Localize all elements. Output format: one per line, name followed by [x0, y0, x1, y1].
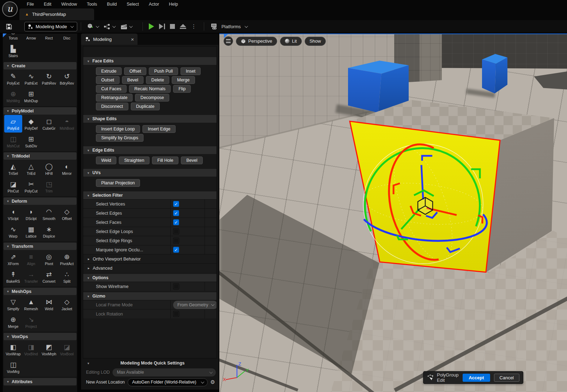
checkbox-select-edges[interactable]	[173, 210, 179, 216]
checkbox-select-faces[interactable]	[173, 219, 179, 225]
checkbox-show-wireframe[interactable]	[173, 283, 179, 289]
section-header-gizmo[interactable]: ▾Gizmo	[83, 292, 217, 300]
palette-section-voxops[interactable]: ▾VoxOps	[4, 333, 77, 340]
gizmo-bracket-blue-top[interactable]	[422, 156, 432, 161]
tool-disc[interactable]: ◑Disc	[58, 33, 76, 42]
tab-thirdpersonmap[interactable]: ▲ ThirdPersonMap	[19, 8, 94, 20]
tool-pathext[interactable]: ∿PathExt	[22, 70, 40, 87]
stop-button[interactable]	[167, 21, 177, 32]
viewport-options-menu-button[interactable]	[224, 36, 233, 46]
section-advanced[interactable]: ▸Advanced	[83, 263, 217, 272]
menu-edit[interactable]: Edit	[39, 0, 56, 8]
tool-rect[interactable]: ▭Rect	[40, 33, 58, 42]
button-duplicate[interactable]: Duplicate	[131, 103, 160, 110]
tool-trisel[interactable]: ◭TriSel	[4, 160, 22, 178]
button-weld[interactable]: Weld	[96, 157, 116, 164]
checkbox-select-vertices[interactable]	[173, 201, 179, 207]
cancel-button[interactable]: Cancel	[494, 374, 519, 382]
tool-tried[interactable]: △TriEd	[22, 160, 40, 178]
gizmo-center-cube-icon[interactable]	[418, 197, 433, 214]
palette-section-deform[interactable]: ▾Deform	[4, 197, 77, 205]
save-button[interactable]	[4, 21, 14, 32]
button-inset[interactable]: Inset	[181, 67, 201, 75]
tool-bdryrev[interactable]: ↺BdryRev	[58, 70, 76, 87]
menu-tools[interactable]: Tools	[82, 0, 102, 8]
tool-remesh[interactable]: ▲Remesh	[22, 295, 40, 313]
add-actor-button[interactable]	[85, 21, 101, 32]
blueprints-button[interactable]	[101, 21, 118, 32]
tool-cubegr[interactable]: ◻CubeGr	[40, 115, 58, 133]
gizmo-rotate-blue-arc[interactable]	[364, 214, 487, 241]
tool-smooth[interactable]: ◠Smooth	[40, 205, 58, 223]
palette-section-attributes[interactable]: ▾Attributes	[4, 378, 77, 385]
checkbox-select-edge-rings[interactable]	[173, 238, 179, 244]
menu-window[interactable]: Window	[56, 0, 82, 8]
tool-offset[interactable]: ◇Offset	[58, 205, 76, 223]
tool-simplfy[interactable]: ▽Simplfy	[4, 295, 22, 313]
section-ortho-viewport-behavior[interactable]: ▸Ortho Viewport Behavior	[83, 254, 217, 263]
new-asset-location-dropdown[interactable]: AutoGen Folder (World-Relative)	[128, 378, 208, 386]
tool-convert[interactable]: ⇄Convert	[40, 268, 58, 286]
menu-actor[interactable]: Actor	[144, 0, 164, 8]
accept-button[interactable]: Accept	[463, 374, 490, 382]
gizmo-bracket-red-left[interactable]	[394, 183, 400, 194]
button-fill-hole[interactable]: Fill Hole	[152, 157, 178, 164]
button-cut-faces[interactable]: Cut Faces	[96, 85, 127, 93]
tool-warp[interactable]: ∿Warp	[4, 223, 22, 240]
gear-icon[interactable]: ⚙	[211, 379, 215, 385]
palette-section-meshops[interactable]: ▾MeshOps	[4, 288, 77, 295]
tool-pivotact[interactable]: ⊕PivotAct	[58, 250, 76, 268]
tool-polyext[interactable]: ✎PolyExt	[4, 70, 22, 87]
button-offset[interactable]: Offset	[124, 67, 146, 75]
button-push-pull[interactable]: Push Pull	[149, 67, 178, 75]
tool-lattice[interactable]: ▦Lattice	[22, 223, 40, 240]
tool-displce[interactable]: ∗Displce	[40, 223, 58, 240]
tool-polycut[interactable]: ✂PolyCut	[22, 178, 40, 195]
tool-arrow[interactable]: ↗Arrow	[22, 33, 40, 42]
play-options-button[interactable]: ⋮	[189, 21, 199, 32]
lit-mode-dropdown[interactable]: Lit	[280, 37, 302, 46]
tool-vsclpt[interactable]: ◖VSclpt	[4, 205, 22, 223]
perspective-dropdown[interactable]: Perspective	[236, 37, 277, 46]
tool-voxmrg[interactable]: ◫VoxMrg	[4, 358, 22, 376]
tool-merge[interactable]: ⊕Merge	[4, 313, 22, 331]
gizmo-bracket-blue-bottomright[interactable]	[447, 247, 460, 252]
mode-selector-dropdown[interactable]: Modeling Mode	[24, 22, 77, 31]
button-insert-edge-loop[interactable]: Insert Edge Loop	[96, 125, 140, 133]
tool-voxmrph[interactable]: ◩VoxMrph	[40, 341, 58, 358]
gizmo-plane-handle-green[interactable]	[414, 190, 434, 196]
tool-polydef[interactable]: ◆PolyDef	[22, 115, 40, 133]
button-decompose[interactable]: Decompose	[135, 94, 169, 102]
button-disconnect[interactable]: Disconnect	[96, 103, 128, 110]
platforms-dropdown[interactable]: Platforms	[208, 21, 250, 32]
play-button[interactable]	[146, 21, 157, 32]
section-header-edge-edits[interactable]: ▾Edge Edits	[83, 146, 217, 154]
palette-section-transform[interactable]: ▾Transform	[4, 243, 77, 250]
tool-stairs[interactable]: ▙Stairs	[4, 42, 22, 60]
tool-polyed[interactable]: ▱PolyEd	[4, 115, 22, 133]
tool-torus[interactable]: ◎Torus	[4, 33, 22, 42]
palette-section-create[interactable]: ▾Create	[4, 62, 77, 69]
button-recalc-normals[interactable]: Recalc Normals	[129, 85, 171, 93]
button-straighten[interactable]: Straighten	[119, 157, 150, 164]
menu-select[interactable]: Select	[122, 0, 144, 8]
unreal-engine-logo[interactable]: u	[2, 1, 18, 17]
tool-jacket[interactable]: ◇Jacket	[58, 295, 76, 313]
eject-button[interactable]	[177, 21, 189, 32]
tool-dsclpt[interactable]: ◗DSclpt	[22, 205, 40, 223]
gizmo-axis-z-blue[interactable]	[421, 165, 423, 200]
button-flip[interactable]: Flip	[173, 85, 191, 93]
button-simplify-by-groups[interactable]: Simplify by Groups	[96, 134, 144, 142]
tool-mirror[interactable]: ◐Mirror	[58, 160, 76, 178]
tool-bakers[interactable]: ↟BakeRS	[4, 268, 22, 286]
gizmo-axis-y-green[interactable]	[401, 209, 420, 229]
button-delete[interactable]: Delete	[146, 76, 169, 84]
checkbox-select-edge-loops[interactable]	[173, 228, 179, 234]
button-retriangulate[interactable]: Retriangulate	[96, 94, 133, 102]
menu-file[interactable]: File	[22, 0, 39, 8]
tool-pathrev[interactable]: ↻PathRev	[40, 70, 58, 87]
section-header-selection-filter[interactable]: ▾Selection Filter	[83, 191, 217, 199]
button-outset[interactable]: Outset	[96, 76, 120, 84]
tool-xform[interactable]: ⇗XForm	[4, 250, 22, 268]
viewport-3d[interactable]: Perspective Lit Show X Y Z PolyGroup Edi…	[219, 33, 567, 392]
